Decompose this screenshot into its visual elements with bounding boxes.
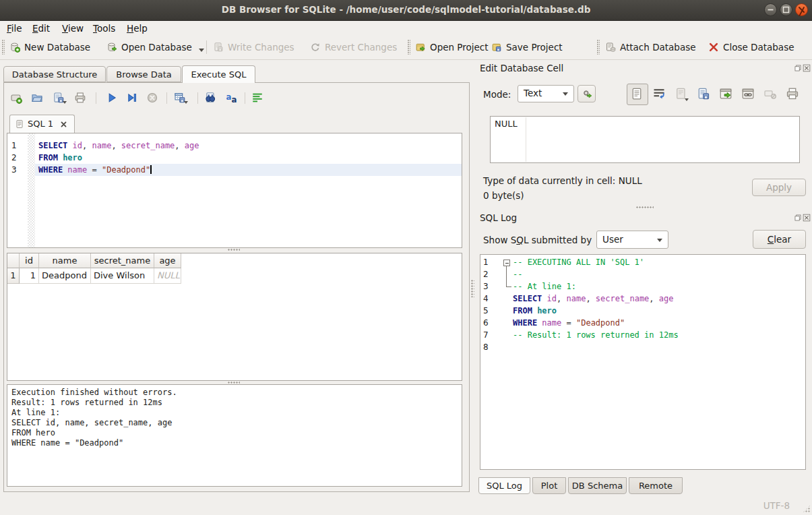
menu-edit[interactable]: Edit [32, 23, 50, 34]
execute-line-icon[interactable] [126, 92, 138, 104]
cell-secret-name[interactable]: Dive Wilson [91, 268, 154, 284]
tab-execute-sql[interactable]: Execute SQL [182, 65, 255, 83]
close-button[interactable] [795, 3, 808, 16]
editor-code[interactable]: SELECT id, name, secret_name, ageFROM he… [35, 133, 462, 247]
row-header[interactable]: 1 [7, 268, 20, 284]
attach-database-button[interactable]: Attach Database [605, 40, 696, 55]
save-project-button[interactable]: Save Project [491, 40, 563, 55]
word-wrap-icon[interactable] [652, 87, 666, 100]
revert-changes-label: Revert Changes [325, 42, 397, 53]
tab-sql-log[interactable]: SQL Log [478, 477, 530, 494]
cell-id[interactable]: 1 [20, 268, 39, 284]
code-line: SELECT id, name, secret_name, age [510, 293, 805, 305]
cell-age[interactable]: NULL [154, 268, 181, 284]
save-results-dropdown-caret[interactable] [184, 101, 188, 104]
find-replace-icon[interactable] [204, 92, 216, 104]
execute-all-icon[interactable] [106, 92, 118, 104]
editor-results-splitter[interactable] [228, 249, 240, 251]
cell-log-splitter[interactable] [636, 206, 654, 209]
toolbar-drag-handle[interactable] [408, 40, 410, 55]
write-changes-button[interactable]: Write Changes [213, 40, 294, 55]
new-database-label: New Database [24, 42, 90, 53]
cell-type-info: Type of data currently in cell: NULL [483, 175, 642, 186]
stop-execution-icon[interactable] [146, 92, 158, 104]
tab-remote[interactable]: Remote [629, 477, 683, 494]
line-number: 2 [480, 268, 501, 280]
print-cell-icon[interactable] [786, 87, 799, 100]
print-sql-icon[interactable] [74, 92, 86, 104]
column-header-age[interactable]: age [154, 253, 181, 268]
mode-select[interactable]: Text [518, 85, 574, 102]
menu-tools[interactable]: Tools [93, 23, 115, 34]
results-table[interactable]: id name secret_name age 1 1 Deadpond Div… [7, 253, 462, 381]
menu-help[interactable]: Help [127, 23, 148, 34]
format-sql-icon[interactable] [251, 92, 263, 104]
column-header-name[interactable]: name [39, 253, 91, 268]
panel-splitter[interactable] [471, 280, 474, 297]
open-sql-tab-icon[interactable] [10, 92, 22, 104]
text-mode-icon[interactable] [630, 87, 644, 100]
close-panel-icon[interactable] [803, 214, 811, 222]
sql-toolbar-separator [245, 92, 245, 104]
clear-log-button[interactable]: Clear [753, 230, 806, 249]
editor-fold-margin [28, 133, 35, 247]
tab-plot[interactable]: Plot [532, 477, 566, 494]
save-project-label: Save Project [506, 42, 563, 53]
mode-select-caret [563, 92, 568, 96]
open-database-button[interactable]: Open Database [106, 40, 204, 55]
fold-marker-icon[interactable] [503, 260, 510, 266]
new-database-button[interactable]: New Database [9, 40, 90, 55]
tab-db-schema[interactable]: DB Schema [568, 477, 627, 494]
fold-line [506, 266, 507, 286]
line-number: 1 [480, 256, 501, 268]
tab-browse-data[interactable]: Browse Data [106, 66, 181, 82]
column-header-id[interactable]: id [20, 253, 39, 268]
cell-size-info: 0 byte(s) [483, 190, 524, 201]
sql-log-view[interactable]: 12345678 -- EXECUTING ALL IN 'SQL 1'----… [480, 254, 806, 470]
revert-changes-button[interactable]: Revert Changes [310, 40, 397, 55]
line-number: 4 [480, 293, 501, 305]
toolbar-drag-handle[interactable] [2, 40, 5, 55]
open-database-dropdown-caret[interactable] [199, 49, 204, 52]
column-header-secret-name[interactable]: secret_name [91, 253, 154, 268]
auto-complete-icon[interactable] [226, 92, 238, 104]
tab-database-structure[interactable]: Database Structure [3, 66, 106, 82]
float-panel-icon[interactable] [794, 214, 802, 222]
save-project-icon [491, 42, 502, 53]
apply-button[interactable]: Apply [752, 179, 806, 196]
toolbar-separator [206, 40, 207, 54]
open-database-icon [106, 42, 117, 53]
close-sql-tab-icon[interactable] [60, 121, 67, 128]
open-external-icon[interactable] [719, 87, 732, 100]
import-settings-button[interactable] [577, 85, 596, 102]
close-database-button[interactable]: Close Database [708, 40, 794, 55]
open-project-button[interactable]: Open Project [415, 40, 489, 55]
cell-value-editor[interactable]: NULL [490, 116, 800, 163]
line-number: 7 [480, 329, 501, 341]
export-cell-icon[interactable] [697, 87, 710, 100]
menu-view[interactable]: View [62, 23, 84, 34]
close-panel-icon[interactable] [803, 64, 811, 72]
window-title: DB Browser for SQLite - /home/user/code/… [0, 4, 812, 15]
sql-editor-tab[interactable]: SQL 1 [9, 115, 75, 133]
save-sql-dropdown-caret[interactable] [63, 101, 67, 104]
resize-grip[interactable] [803, 505, 811, 513]
mode-select-value: Text [524, 88, 542, 98]
log-filter-value: User [602, 234, 623, 245]
float-panel-icon[interactable] [794, 64, 802, 72]
toolbar-drag-handle[interactable] [597, 40, 600, 55]
sql-editor[interactable]: 123 SELECT id, name, secret_name, ageFRO… [7, 133, 462, 248]
open-sql-file-icon[interactable] [31, 92, 43, 104]
cell-name[interactable]: Deadpond [39, 268, 91, 284]
set-null-icon[interactable] [763, 87, 777, 100]
menu-file[interactable]: File [7, 23, 22, 34]
minimize-button[interactable] [764, 3, 777, 16]
message-line: WHERE name = "Deadpond" [11, 438, 458, 448]
log-filter-select[interactable]: User [596, 231, 668, 249]
main-toolbar: New Database Open Database Write Changes… [0, 35, 812, 60]
copy-link-icon[interactable] [741, 87, 755, 100]
results-corner-cell [7, 253, 20, 268]
open-project-label: Open Project [430, 42, 489, 53]
maximize-button[interactable] [780, 3, 792, 16]
import-dropdown-caret [685, 98, 689, 101]
